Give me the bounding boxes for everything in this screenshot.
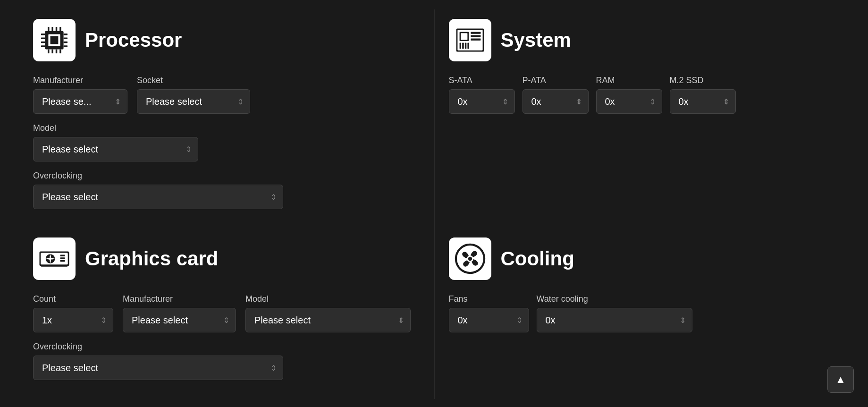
graphics-manufacturer-select[interactable]: Please select xyxy=(123,308,236,332)
processor-model-select[interactable]: Please select xyxy=(33,137,198,161)
processor-manufacturer-select[interactable]: Please se... xyxy=(33,89,127,114)
system-pata-label: P-ATA xyxy=(522,76,589,85)
processor-overclocking-group: Overclocking Please select xyxy=(33,171,283,209)
cooling-svg-icon xyxy=(454,242,487,275)
svg-rect-11 xyxy=(41,34,45,35)
processor-fields-row2: Overclocking Please select xyxy=(33,171,420,209)
system-sata-label: S-ATA xyxy=(449,76,515,85)
svg-rect-29 xyxy=(467,43,469,49)
processor-section: Processor Manufacturer Please se... Sock… xyxy=(19,9,434,228)
cooling-water-label: Water cooling xyxy=(537,294,692,304)
svg-rect-23 xyxy=(471,32,480,34)
graphics-overclocking-group: Overclocking Please select xyxy=(33,342,283,380)
svg-rect-12 xyxy=(41,37,45,39)
system-pata-group: P-ATA 0x xyxy=(522,76,589,114)
system-sata-group: S-ATA 0x xyxy=(449,76,515,114)
cooling-water-select[interactable]: 0x xyxy=(537,308,692,332)
processor-overclocking-wrapper: Please select xyxy=(33,185,283,209)
svg-rect-15 xyxy=(64,34,67,35)
svg-rect-5 xyxy=(56,27,58,31)
graphics-model-select[interactable]: Please select xyxy=(245,308,411,332)
graphics-overclocking-select[interactable]: Please select xyxy=(33,356,283,380)
processor-model-group: Model Please select xyxy=(33,123,198,161)
svg-rect-26 xyxy=(459,43,461,49)
processor-socket-select[interactable]: Please select xyxy=(137,89,250,114)
graphics-count-wrapper: 1x xyxy=(33,308,113,332)
graphics-manufacturer-group: Manufacturer Please select xyxy=(123,294,236,332)
processor-header: Processor xyxy=(33,19,420,61)
processor-icon xyxy=(33,19,76,61)
processor-svg-icon xyxy=(38,24,71,57)
processor-manufacturer-label: Manufacturer xyxy=(33,76,127,85)
graphics-overclocking-wrapper: Please select xyxy=(33,356,283,380)
system-ram-select[interactable]: 0x xyxy=(596,89,662,114)
system-m2ssd-group: M.2 SSD 0x xyxy=(670,76,736,114)
svg-rect-6 xyxy=(59,27,61,31)
processor-socket-group: Socket Please select xyxy=(137,76,250,114)
svg-rect-18 xyxy=(64,45,67,47)
processor-socket-wrapper: Please select xyxy=(137,89,250,114)
svg-rect-14 xyxy=(41,45,45,47)
cooling-fans-select[interactable]: 0x xyxy=(449,308,529,332)
graphics-manufacturer-label: Manufacturer xyxy=(123,294,236,304)
system-svg-icon xyxy=(454,24,487,57)
svg-rect-4 xyxy=(51,27,53,31)
processor-overclocking-select[interactable]: Please select xyxy=(33,185,283,209)
system-fields-row: S-ATA 0x P-ATA 0x RAM xyxy=(449,76,835,114)
system-m2ssd-select[interactable]: 0x xyxy=(670,89,736,114)
cooling-water-wrapper: 0x xyxy=(537,308,692,332)
graphics-overclocking-label: Overclocking xyxy=(33,342,283,352)
system-sata-select[interactable]: 0x xyxy=(449,89,515,114)
svg-rect-34 xyxy=(60,255,65,257)
graphics-svg-icon xyxy=(38,242,71,275)
cooling-section: Cooling Fans 0x Water cooling 0x xyxy=(434,228,850,399)
svg-rect-10 xyxy=(59,50,61,53)
svg-rect-25 xyxy=(471,39,480,41)
system-ram-wrapper: 0x xyxy=(596,89,662,114)
system-pata-select[interactable]: 0x xyxy=(522,89,589,114)
processor-model-label: Model xyxy=(33,123,198,133)
processor-model-wrapper: Please select xyxy=(33,137,198,161)
system-sata-wrapper: 0x xyxy=(449,89,515,114)
cooling-header: Cooling xyxy=(449,237,835,280)
cooling-title: Cooling xyxy=(501,247,574,270)
processor-title: Processor xyxy=(85,29,182,51)
graphics-icon xyxy=(33,237,76,280)
svg-rect-13 xyxy=(41,42,45,43)
scroll-top-button[interactable]: ▲ xyxy=(827,366,854,393)
graphics-title: Graphics card xyxy=(85,247,218,270)
processor-fields-row1: Manufacturer Please se... Socket Please … xyxy=(33,76,420,161)
svg-rect-16 xyxy=(64,37,67,39)
graphics-model-wrapper: Please select xyxy=(245,308,411,332)
svg-rect-24 xyxy=(471,35,480,37)
graphics-model-label: Model xyxy=(245,294,411,304)
cooling-fields-row: Fans 0x Water cooling 0x xyxy=(449,294,835,332)
graphics-manufacturer-wrapper: Please select xyxy=(123,308,236,332)
svg-rect-37 xyxy=(41,265,67,267)
processor-overclocking-label: Overclocking xyxy=(33,171,283,181)
cooling-fans-wrapper: 0x xyxy=(449,308,529,332)
svg-rect-27 xyxy=(462,43,464,49)
system-title: System xyxy=(501,29,571,51)
system-m2ssd-label: M.2 SSD xyxy=(670,76,736,85)
svg-rect-36 xyxy=(60,260,65,262)
cooling-fans-label: Fans xyxy=(449,294,529,304)
system-pata-wrapper: 0x xyxy=(522,89,589,114)
svg-rect-7 xyxy=(48,50,50,53)
cooling-fans-group: Fans 0x xyxy=(449,294,529,332)
svg-point-41 xyxy=(468,257,472,261)
processor-manufacturer-wrapper: Please se... xyxy=(33,89,127,114)
svg-rect-22 xyxy=(461,33,467,40)
svg-rect-17 xyxy=(64,42,67,43)
svg-rect-2 xyxy=(51,36,59,44)
graphics-header: Graphics card xyxy=(33,237,420,280)
system-header: System xyxy=(449,19,835,61)
cooling-water-group: Water cooling 0x xyxy=(537,294,692,332)
svg-rect-3 xyxy=(48,27,50,31)
processor-manufacturer-group: Manufacturer Please se... xyxy=(33,76,127,114)
svg-rect-8 xyxy=(51,50,53,53)
graphics-model-group: Model Please select xyxy=(245,294,411,332)
graphics-count-select[interactable]: 1x xyxy=(33,308,113,332)
svg-rect-9 xyxy=(56,50,58,53)
graphics-count-label: Count xyxy=(33,294,113,304)
